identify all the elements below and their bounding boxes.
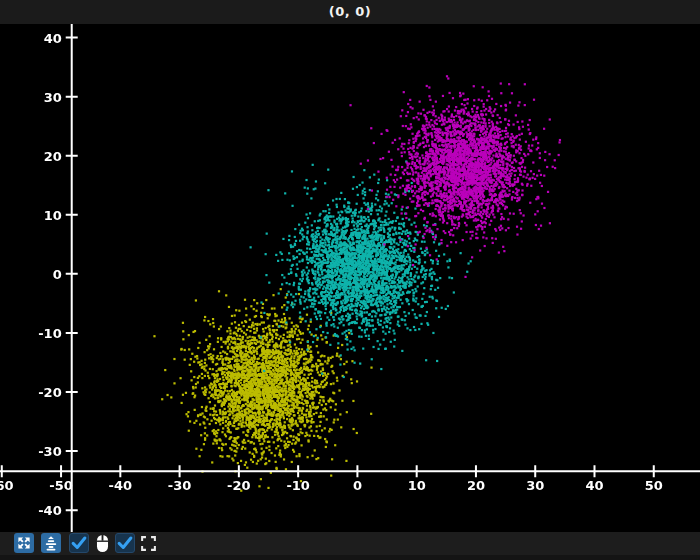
- fullscreen-corners-icon: [140, 535, 157, 552]
- plot-area: -60-50-40-30-20-1001020304050403020100-1…: [0, 24, 700, 532]
- plot-toolbar: [0, 532, 700, 560]
- mouse-icon: [92, 533, 112, 553]
- align-center-icon: [43, 535, 59, 551]
- panzoom-toggle-checkbox[interactable]: [69, 533, 89, 553]
- scatter-canvas[interactable]: [0, 24, 700, 532]
- subplot-title: (0, 0): [0, 0, 700, 24]
- plot-window: (0, 0) -60-50-40-30-20-10010203040504030…: [0, 0, 700, 560]
- checkbox-checked-icon: [116, 534, 134, 552]
- toolbar-bottom-strip: [0, 555, 700, 560]
- checkbox-checked-icon: [70, 534, 88, 552]
- expand-arrows-icon: [16, 535, 32, 551]
- fullscreen-button[interactable]: [138, 533, 158, 553]
- center-scene-button[interactable]: [41, 533, 61, 553]
- maintain-aspect-toggle-checkbox[interactable]: [115, 533, 135, 553]
- autoscale-button[interactable]: [14, 533, 34, 553]
